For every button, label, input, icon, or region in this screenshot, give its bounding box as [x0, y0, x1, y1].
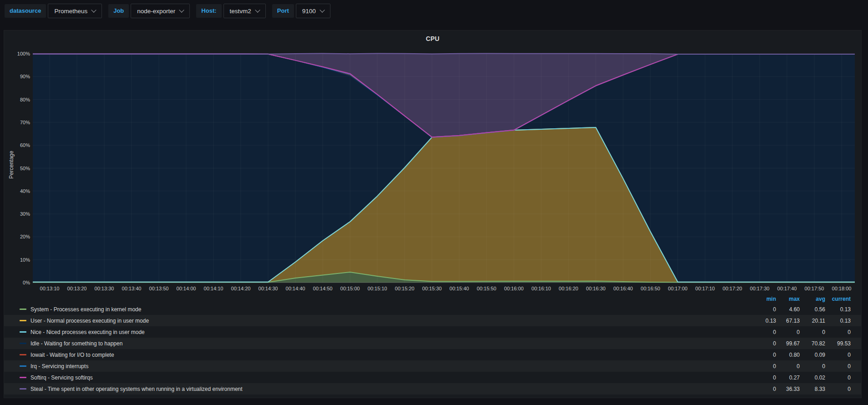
legend-value-max: 36.33 — [776, 386, 800, 392]
legend-series-color-dash — [20, 320, 26, 321]
y-tick-label: 70% — [4, 119, 30, 126]
legend-series-label: Nice - Niced processes executing in user… — [30, 329, 145, 335]
legend-series-label: Steal - Time spent in other operating sy… — [30, 386, 243, 392]
y-tick-label: 90% — [4, 73, 30, 80]
variable-value-dropdown[interactable]: testvm2 — [223, 4, 266, 18]
legend-series-toggle[interactable]: Nice - Niced processes executing in user… — [20, 329, 752, 335]
legend-value-avg: 0.56 — [800, 306, 825, 313]
legend-series-toggle[interactable]: Irq - Servicing interrupts — [20, 363, 752, 370]
x-tick-label: 00:13:40 — [117, 285, 146, 292]
y-tick-label: 20% — [4, 233, 30, 240]
legend-value-current: 99.53 — [825, 340, 851, 347]
variable-value-text: testvm2 — [230, 8, 251, 15]
variable-label: Port — [272, 4, 294, 18]
variable-label: Host: — [196, 4, 221, 18]
legend-value-min: 0 — [752, 375, 776, 381]
legend-value-min: 0.13 — [752, 318, 776, 324]
legend-value-min: 0 — [752, 329, 776, 335]
legend-sort-header-avg[interactable]: avg — [800, 296, 825, 302]
legend-series-color-dash — [20, 343, 26, 344]
x-tick-label: 00:17:50 — [800, 285, 828, 292]
x-tick-label: 00:13:10 — [36, 285, 64, 292]
variable-value-dropdown[interactable]: 9100 — [296, 4, 330, 18]
legend-value-current: 0.13 — [825, 318, 851, 324]
legend-series-label: Irq - Servicing interrupts — [30, 363, 88, 370]
x-tick-label: 00:14:50 — [309, 285, 337, 292]
legend-value-avg: 70.82 — [800, 340, 825, 347]
legend-value-min: 0 — [752, 363, 776, 370]
legend-table: minmaxavgcurrentSystem - Processes execu… — [4, 294, 861, 395]
legend-row: Irq - Servicing interrupts0000 — [4, 360, 861, 372]
dashboard-variables-bar: datasourcePrometheusJobnode-exporterHost… — [5, 4, 330, 18]
legend-row: Idle - Waiting for something to happen09… — [4, 338, 861, 349]
legend-series-toggle[interactable]: Steal - Time spent in other operating sy… — [20, 386, 752, 392]
legend-sort-header-min[interactable]: min — [752, 296, 776, 302]
x-tick-label: 00:16:20 — [554, 285, 583, 292]
legend-series-color-dash — [20, 309, 26, 310]
cpu-stacked-area-chart[interactable] — [33, 54, 855, 283]
legend-series-toggle[interactable]: Iowait - Waiting for I/O to complete — [20, 352, 752, 358]
legend-value-max: 0.80 — [776, 352, 800, 358]
y-tick-label: 10% — [4, 256, 30, 263]
x-tick-label: 00:14:30 — [254, 285, 282, 292]
legend-row: Nice - Niced processes executing in user… — [4, 326, 861, 338]
legend-series-label: Softirq - Servicing softirqs — [30, 375, 93, 381]
x-tick-label: 00:14:00 — [172, 285, 200, 292]
variable-label: datasource — [5, 4, 46, 18]
x-tick-label: 00:17:30 — [746, 285, 774, 292]
legend-value-current: 0 — [825, 329, 851, 335]
legend-value-max: 0.27 — [776, 375, 800, 381]
y-tick-label: 0% — [4, 279, 30, 286]
variable-group-host: Host:testvm2 — [196, 4, 265, 18]
x-tick-label: 00:15:00 — [336, 285, 364, 292]
y-tick-label: 100% — [4, 50, 30, 57]
legend-sort-header-current[interactable]: current — [825, 296, 851, 302]
legend-value-max: 0 — [776, 329, 800, 335]
variable-group-port: Port9100 — [272, 4, 330, 18]
x-tick-label: 00:13:30 — [90, 285, 118, 292]
legend-series-toggle[interactable]: Softirq - Servicing softirqs — [20, 375, 752, 381]
y-tick-label: 80% — [4, 96, 30, 103]
variable-value-dropdown[interactable]: Prometheus — [48, 4, 102, 18]
x-tick-label: 00:14:10 — [199, 285, 228, 292]
legend-series-color-dash — [20, 377, 26, 378]
y-tick-label: 50% — [4, 165, 30, 172]
x-tick-label: 00:16:30 — [582, 285, 610, 292]
legend-value-avg: 0 — [800, 329, 825, 335]
chevron-down-icon — [320, 7, 325, 12]
legend-value-max: 67.13 — [776, 318, 800, 324]
variable-label: Job — [108, 4, 129, 18]
legend-series-color-dash — [20, 354, 26, 355]
legend-value-avg: 8.33 — [800, 386, 825, 392]
x-tick-label: 00:16:50 — [636, 285, 665, 292]
legend-series-toggle[interactable]: System - Processes executing in kernel m… — [20, 306, 752, 313]
legend-value-min: 0 — [752, 386, 776, 392]
variable-value-dropdown[interactable]: node-exporter — [131, 4, 190, 18]
x-tick-label: 00:15:20 — [391, 285, 419, 292]
legend-value-min: 0 — [752, 352, 776, 358]
x-tick-label: 00:16:00 — [500, 285, 528, 292]
y-tick-label: 60% — [4, 142, 30, 149]
legend-series-label: Idle - Waiting for something to happen — [30, 340, 122, 347]
panel-title[interactable]: CPU — [4, 35, 861, 42]
legend-value-current: 0 — [825, 363, 851, 370]
x-tick-label: 00:13:50 — [145, 285, 173, 292]
x-tick-label: 00:15:50 — [472, 285, 501, 292]
x-tick-label: 00:14:40 — [281, 285, 310, 292]
legend-row: Steal - Time spent in other operating sy… — [4, 383, 861, 395]
y-tick-label: 30% — [4, 210, 30, 218]
variable-value-text: 9100 — [302, 8, 316, 15]
legend-sort-header-max[interactable]: max — [776, 296, 800, 302]
legend-series-toggle[interactable]: Idle - Waiting for something to happen — [20, 340, 752, 347]
grafana-dashboard: datasourcePrometheusJobnode-exporterHost… — [0, 0, 868, 405]
x-tick-label: 00:17:40 — [773, 285, 801, 292]
legend-value-max: 4.60 — [776, 306, 800, 313]
x-tick-label: 00:15:40 — [445, 285, 473, 292]
legend-series-label: System - Processes executing in kernel m… — [30, 306, 141, 313]
chevron-down-icon — [255, 7, 260, 12]
legend-value-max: 99.67 — [776, 340, 800, 347]
legend-header-row: minmaxavgcurrent — [4, 294, 861, 304]
legend-row: User - Normal processes executing in use… — [4, 315, 861, 326]
legend-series-toggle[interactable]: User - Normal processes executing in use… — [20, 318, 752, 324]
x-tick-label: 00:16:40 — [609, 285, 637, 292]
